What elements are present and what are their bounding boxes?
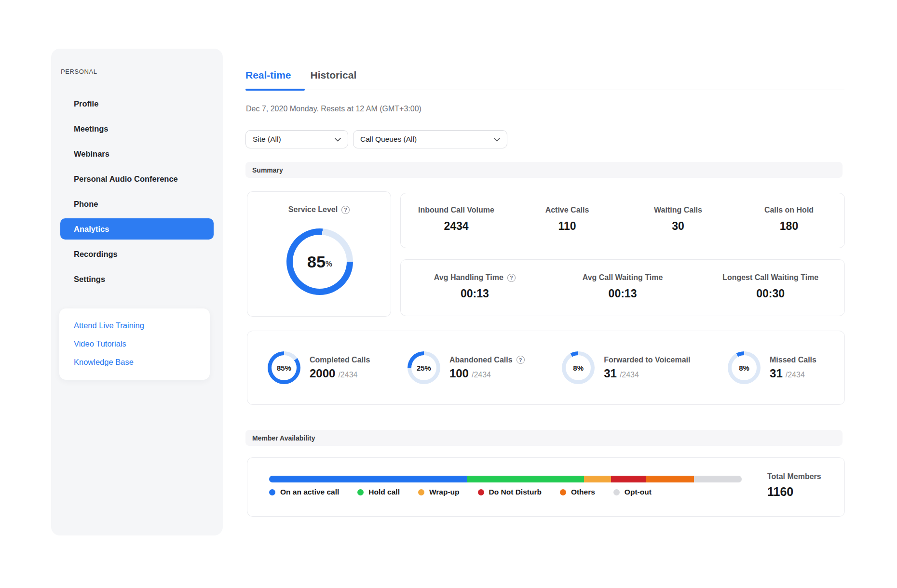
sidebar-item-analytics[interactable]: Analytics bbox=[60, 218, 214, 240]
call-outcomes-card: 85% Completed Calls 2000 /2434 25% Aband… bbox=[247, 331, 845, 405]
total-members-value: 1160 bbox=[767, 485, 821, 499]
availability-segment-opt-out bbox=[694, 476, 742, 482]
site-filter-dropdown[interactable]: Site (All) bbox=[245, 130, 348, 148]
availability-stacked-bar bbox=[269, 476, 742, 482]
sidebar-item-webinars[interactable]: Webinars bbox=[51, 141, 223, 166]
link-video-tutorials[interactable]: Video Tutorials bbox=[74, 339, 210, 348]
availability-segment-hold-call bbox=[467, 476, 584, 482]
legend-dot-orange bbox=[560, 489, 566, 495]
availability-legend: On an active call Hold call Wrap-up Do N… bbox=[269, 488, 652, 496]
service-level-card: Service Level ? 85% bbox=[247, 191, 391, 317]
legend-dot-gray bbox=[613, 489, 620, 495]
stat-avg-handling-time: Avg Handling Time ? 00:13 bbox=[401, 273, 549, 316]
sidebar-item-meetings[interactable]: Meetings bbox=[51, 116, 223, 141]
abandoned-calls-donut: 25% bbox=[408, 351, 440, 384]
legend-item-others: Others bbox=[560, 488, 595, 496]
service-level-percent: 85% bbox=[286, 228, 353, 295]
tab-bar: Real-time Historical bbox=[245, 67, 844, 90]
tab-historical[interactable]: Historical bbox=[311, 67, 357, 90]
availability-segment-wrap-up bbox=[584, 476, 612, 482]
legend-item-opt-out: Opt-out bbox=[613, 488, 652, 496]
call-queues-filter-value: Call Queues (All) bbox=[360, 135, 417, 144]
legend-dot-amber bbox=[418, 489, 424, 495]
stat-longest-call-waiting-time: Longest Call Waiting Time 00:30 bbox=[696, 273, 844, 316]
missed-calls-donut: 8% bbox=[728, 351, 761, 384]
sidebar-item-profile[interactable]: Profile bbox=[51, 91, 223, 116]
chevron-down-icon bbox=[335, 135, 341, 144]
date-reset-info: Dec 7, 2020 Monday. Resets at 12 AM (GMT… bbox=[246, 105, 421, 113]
stat-avg-call-waiting-time: Avg Call Waiting Time 00:13 bbox=[549, 273, 697, 316]
help-icon[interactable]: ? bbox=[516, 356, 525, 364]
help-icon[interactable]: ? bbox=[341, 206, 350, 214]
legend-item-wrap-up: Wrap-up bbox=[418, 488, 460, 496]
legend-item-on-active-call: On an active call bbox=[269, 488, 339, 496]
forwarded-voicemail-donut: 8% bbox=[562, 351, 595, 384]
completed-calls-donut: 85% bbox=[268, 351, 300, 384]
stat-inbound-call-volume: Inbound Call Volume 2434 bbox=[401, 206, 512, 248]
sidebar-item-recordings[interactable]: Recordings bbox=[51, 241, 223, 267]
sidebar: PERSONAL Profile Meetings Webinars Perso… bbox=[51, 49, 223, 535]
sidebar-item-personal-audio-conference[interactable]: Personal Audio Conference bbox=[51, 166, 223, 191]
legend-dot-blue bbox=[269, 489, 275, 495]
stat-active-calls: Active Calls 110 bbox=[512, 206, 623, 248]
call-volume-stats-card: Inbound Call Volume 2434 Active Calls 11… bbox=[400, 193, 845, 248]
total-members-block: Total Members 1160 bbox=[767, 472, 821, 499]
help-icon[interactable]: ? bbox=[507, 274, 516, 282]
stat-abandoned-calls: 25% Abandoned Calls ? 100 /2434 bbox=[408, 351, 525, 384]
legend-dot-green bbox=[357, 489, 364, 495]
stat-completed-calls: 85% Completed Calls 2000 /2434 bbox=[268, 351, 370, 384]
legend-item-do-not-disturb: Do Not Disturb bbox=[478, 488, 542, 496]
call-queues-filter-dropdown[interactable]: Call Queues (All) bbox=[353, 130, 507, 148]
sidebar-section-label: PERSONAL bbox=[61, 68, 97, 75]
sidebar-item-phone[interactable]: Phone bbox=[51, 191, 223, 216]
availability-segment-on-active-call bbox=[269, 476, 467, 482]
time-stats-card: Avg Handling Time ? 00:13 Avg Call Waiti… bbox=[400, 259, 845, 316]
stat-missed-calls: 8% Missed Calls 31 /2434 bbox=[728, 351, 816, 384]
stat-waiting-calls: Waiting Calls 30 bbox=[623, 206, 734, 248]
active-tab-underline bbox=[245, 89, 305, 91]
total-members-label: Total Members bbox=[767, 472, 821, 481]
chevron-down-icon bbox=[494, 135, 500, 144]
legend-item-hold-call: Hold call bbox=[357, 488, 400, 496]
tab-real-time[interactable]: Real-time bbox=[245, 67, 291, 90]
stat-calls-on-hold: Calls on Hold 180 bbox=[734, 206, 844, 248]
link-attend-live-training[interactable]: Attend Live Training bbox=[74, 321, 210, 330]
sidebar-item-settings[interactable]: Settings bbox=[51, 267, 223, 292]
member-availability-card: On an active call Hold call Wrap-up Do N… bbox=[247, 457, 845, 517]
availability-segment-others bbox=[646, 476, 694, 482]
availability-segment-do-not-disturb bbox=[611, 476, 646, 482]
stat-forwarded-to-voicemail: 8% Forwarded to Voicemail 31 /2434 bbox=[562, 351, 690, 384]
summary-section-header: Summary bbox=[245, 162, 843, 178]
help-links-card: Attend Live Training Video Tutorials Kno… bbox=[59, 308, 210, 380]
sidebar-nav: Profile Meetings Webinars Personal Audio… bbox=[51, 91, 223, 292]
service-level-label: Service Level bbox=[288, 205, 338, 214]
legend-dot-red bbox=[478, 489, 484, 495]
member-availability-section-header: Member Availability bbox=[245, 430, 843, 446]
link-knowledge-base[interactable]: Knowledge Base bbox=[74, 358, 210, 367]
site-filter-value: Site (All) bbox=[253, 135, 281, 144]
service-level-donut: 85% bbox=[286, 228, 353, 295]
